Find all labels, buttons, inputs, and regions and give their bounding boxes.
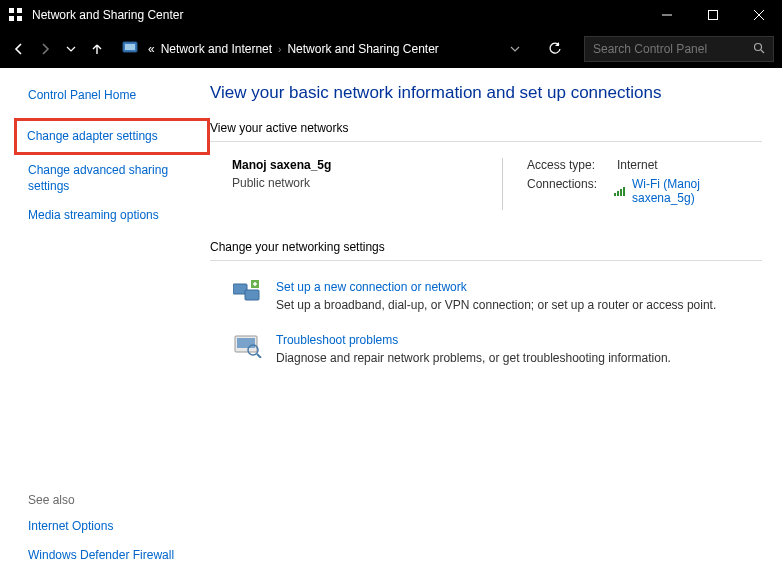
active-network-row: Manoj saxena_5g Public network Access ty… [232, 158, 762, 210]
setup-connection-link[interactable]: Set up a new connection or network [276, 280, 467, 294]
content-area: Control Panel Home Change adapter settin… [0, 68, 782, 578]
sidebar-link-streaming[interactable]: Media streaming options [28, 208, 210, 224]
svg-line-20 [257, 354, 261, 358]
connections-label: Connections: [527, 177, 614, 205]
sidebar: Control Panel Home Change adapter settin… [0, 68, 210, 578]
breadcrumb-item[interactable]: Network and Sharing Center [287, 42, 438, 56]
svg-rect-3 [17, 16, 22, 21]
network-name: Manoj saxena_5g [232, 158, 502, 172]
search-icon[interactable] [753, 42, 765, 57]
breadcrumb[interactable]: « Network and Internet › Network and Sha… [148, 42, 504, 56]
svg-rect-5 [709, 11, 718, 20]
svg-rect-2 [9, 16, 14, 21]
back-button[interactable] [8, 38, 30, 60]
setup-connection-icon [232, 277, 264, 309]
svg-rect-18 [237, 338, 255, 348]
maximize-button[interactable] [690, 0, 736, 30]
forward-button[interactable] [34, 38, 56, 60]
svg-rect-0 [9, 8, 14, 13]
divider [210, 141, 762, 142]
svg-point-10 [755, 43, 762, 50]
svg-rect-9 [125, 44, 135, 50]
svg-line-11 [761, 50, 764, 53]
troubleshoot-link[interactable]: Troubleshoot problems [276, 333, 398, 347]
setup-connection-desc: Set up a broadband, dial-up, or VPN conn… [276, 298, 716, 312]
up-button[interactable] [86, 38, 108, 60]
svg-rect-1 [17, 8, 22, 13]
chevron-right-icon: › [278, 44, 281, 55]
sidebar-link-home[interactable]: Control Panel Home [28, 88, 210, 104]
page-title: View your basic network information and … [210, 83, 762, 103]
troubleshoot-icon [232, 330, 264, 362]
app-icon [8, 7, 24, 23]
refresh-button[interactable] [544, 38, 566, 60]
access-type-value: Internet [617, 158, 658, 172]
main-panel: View your basic network information and … [210, 68, 782, 578]
location-icon [122, 39, 142, 59]
search-box[interactable] [584, 36, 774, 62]
sidebar-link-internet-options[interactable]: Internet Options [28, 519, 210, 535]
connection-name: Wi-Fi (Manoj saxena_5g) [632, 177, 762, 205]
see-also-heading: See also [28, 493, 210, 507]
access-type-label: Access type: [527, 158, 617, 172]
recent-dropdown-icon[interactable] [60, 38, 82, 60]
address-dropdown-icon[interactable] [504, 38, 526, 60]
troubleshoot-desc: Diagnose and repair network problems, or… [276, 351, 671, 365]
active-networks-heading: View your active networks [210, 121, 762, 135]
svg-rect-13 [245, 290, 259, 300]
sidebar-link-advanced[interactable]: Change advanced sharing settings [28, 163, 178, 194]
sidebar-link-firewall[interactable]: Windows Defender Firewall [28, 548, 210, 564]
sidebar-link-adapter[interactable]: Change adapter settings [14, 118, 210, 156]
minimize-button[interactable] [644, 0, 690, 30]
close-button[interactable] [736, 0, 782, 30]
task-troubleshoot: Troubleshoot problems Diagnose and repai… [232, 330, 762, 365]
wifi-signal-icon [614, 186, 628, 196]
window-title: Network and Sharing Center [32, 8, 644, 22]
task-setup-connection: Set up a new connection or network Set u… [232, 277, 762, 312]
nav-bar: « Network and Internet › Network and Sha… [0, 30, 782, 68]
search-input[interactable] [593, 42, 753, 56]
breadcrumb-prefix: « [148, 42, 155, 56]
connection-link[interactable]: Wi-Fi (Manoj saxena_5g) [614, 177, 762, 205]
change-settings-heading: Change your networking settings [210, 240, 762, 254]
breadcrumb-item[interactable]: Network and Internet [161, 42, 272, 56]
network-type: Public network [232, 176, 502, 190]
divider [210, 260, 762, 261]
title-bar: Network and Sharing Center [0, 0, 782, 30]
